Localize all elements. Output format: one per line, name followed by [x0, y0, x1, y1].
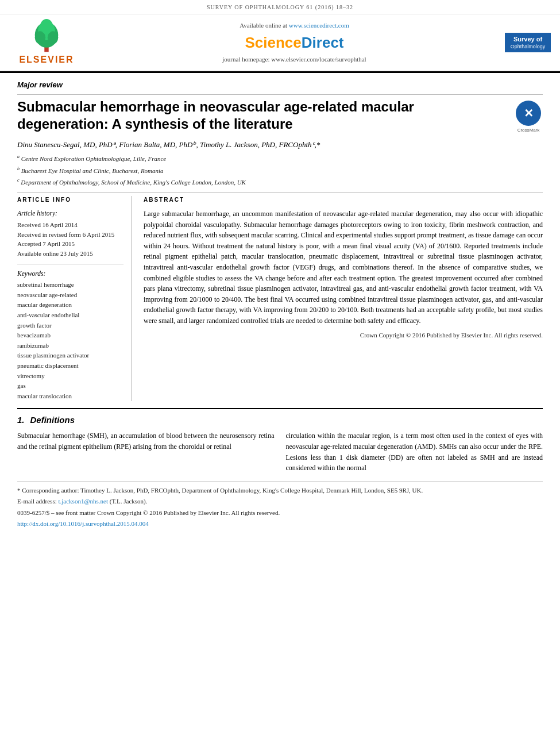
footer: * Corresponding author: Timothey L. Jack… [17, 482, 543, 529]
keyword-5: growth factor [17, 321, 123, 331]
keyword-6: bevacizumab [17, 330, 123, 341]
elsevier-logo: ELSEVIER [9, 19, 84, 66]
sciencedirect-logo: ScienceDirect [90, 32, 499, 53]
article-info-column: Article Info Article history: Received 1… [17, 196, 132, 401]
abstract-header: Abstract [144, 196, 543, 204]
accepted-date: Accepted 7 April 2015 [17, 239, 123, 249]
keyword-3: macular degeneration [17, 300, 123, 310]
doi-link[interactable]: http://dx.doi.org/10.1016/j.survophthal.… [17, 520, 149, 527]
corresponding-author-note: * Corresponding author: Timothey L. Jack… [17, 486, 543, 495]
affiliation-b: b Bucharest Eye Hospital and Clinic, Buc… [17, 166, 543, 176]
survey-ophthalmology-logo: Survey of Ophthalmology [505, 33, 551, 52]
svg-point-5 [40, 19, 53, 34]
available-online-date: Available online 23 July 2015 [17, 249, 123, 259]
section-1-left-text: Submacular hemorrhage (SMH), an accumula… [17, 430, 275, 452]
doi-note: http://dx.doi.org/10.1016/j.survophthal.… [17, 519, 543, 529]
section-type-label: Major review [17, 80, 543, 90]
copyright-line: Crown Copyright © 2016 Published by Else… [144, 331, 543, 340]
keyword-12: macular translocation [17, 391, 123, 402]
keyword-9: pneumatic displacement [17, 361, 123, 371]
email-note: E-mail address: t.jackson1@nhs.net (T.L.… [17, 497, 543, 506]
abstract-column: Abstract Large submacular hemorrhage, an… [144, 196, 543, 401]
keyword-8: tissue plasminogen activator [17, 351, 123, 361]
article-history-label: Article history: [17, 209, 123, 218]
article-info-header: Article Info [17, 196, 123, 204]
journal-bar: Survey of Ophthalmology 61 (2016) 18–32 [0, 2, 560, 14]
received-revised-date: Received in revised form 6 April 2015 [17, 230, 123, 240]
affiliation-a: a Centre Nord Exploration Ophtalmologiqu… [17, 153, 543, 164]
keyword-7: ranibizumab [17, 341, 123, 351]
issn-note: 0039-6257/$ – see front matter Crown Cop… [17, 508, 543, 518]
section-1-rule [17, 408, 543, 409]
elsevier-text: ELSEVIER [19, 53, 74, 66]
received-date: Received 16 April 2014 [17, 220, 123, 230]
available-online-text: Available online at www.sciencedirect.co… [90, 21, 499, 30]
keyword-1: subretinal hemorrhage [17, 280, 123, 290]
keyword-2: neovascular age-related [17, 290, 123, 301]
keywords-block: Keywords: subretinal hemorrhage neovascu… [17, 269, 123, 401]
article-history-block: Article history: Received 16 April 2014 … [17, 209, 123, 258]
section-1-right: circulation within the macular region, i… [286, 430, 543, 473]
elsevier-tree-icon [24, 19, 69, 53]
keywords-rule [17, 264, 123, 264]
abstract-text: Large submacular hemorrhage, an uncommon… [144, 209, 543, 326]
affiliation-c: c Department of Ophthalmology, School of… [17, 177, 543, 187]
section-1: 1.Definitions Submacular hemorrhage (SMH… [17, 408, 543, 473]
title-rule-top [17, 94, 543, 95]
journal-homepage: journal homepage: www.elsevier.com/locat… [90, 55, 499, 64]
keyword-10: vitrectomy [17, 371, 123, 382]
section-1-right-text: circulation within the macular region, i… [286, 430, 543, 473]
section-1-title: 1.Definitions [17, 414, 543, 426]
article-title: Submacular hemorrhage in neovascular age… [17, 98, 508, 133]
info-abstract-rule [17, 192, 543, 193]
email-link[interactable]: t.jackson1@nhs.net [58, 498, 108, 505]
crossmark-badge: ✕ CrossMark [514, 101, 543, 133]
section-1-left: Submacular hemorrhage (SMH), an accumula… [17, 430, 275, 473]
keyword-4: anti-vascular endothelial [17, 310, 123, 321]
keyword-11: gas [17, 381, 123, 391]
affiliations: a Centre Nord Exploration Ophtalmologiqu… [17, 153, 543, 187]
keywords-label: Keywords: [17, 269, 123, 278]
sciencedirect-url[interactable]: www.sciencedirect.com [289, 22, 349, 29]
authors: Dinu Stanescu-Segal, MD, PhDᵃ, Florian B… [17, 139, 543, 151]
header-center: Available online at www.sciencedirect.co… [84, 21, 505, 64]
